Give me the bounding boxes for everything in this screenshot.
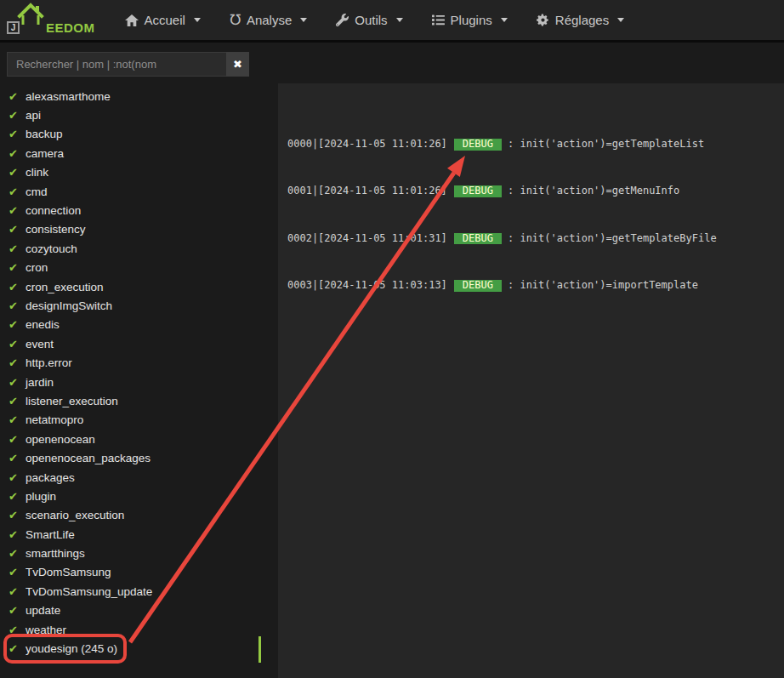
- log-level-badge: DEBUG: [454, 280, 502, 292]
- nav-item-reglages[interactable]: Réglages: [522, 0, 639, 40]
- log-file-item[interactable]: ✔ consistency: [0, 220, 278, 239]
- log-file-item[interactable]: ✔ weather: [0, 620, 278, 639]
- check-icon: ✔: [9, 584, 18, 597]
- jeedom-logo[interactable]: J EEDOM: [7, 3, 95, 35]
- chevron-down-icon: [194, 18, 201, 22]
- log-line-prefix: 0003|[2024-11-05 11:03:13]: [287, 279, 447, 291]
- log-file-label: cozytouch: [26, 242, 77, 255]
- log-line-message: : init('action')=getTemplateByFile: [508, 232, 717, 244]
- log-file-label: openenocean: [26, 433, 95, 446]
- log-file-label: SmartLife: [26, 528, 75, 541]
- log-file-item[interactable]: ✔ plugin: [0, 487, 278, 505]
- home-icon: [125, 14, 139, 26]
- log-file-item[interactable]: ✔ update: [0, 601, 278, 620]
- log-file-item[interactable]: ✔ TvDomSamsung_update: [0, 582, 278, 601]
- nav-item-label: Plugins: [451, 13, 492, 27]
- log-file-label: packages: [26, 471, 75, 484]
- log-file-item[interactable]: ✔ youdesign (245 o): [0, 639, 278, 658]
- chevron-down-icon: [300, 18, 307, 22]
- check-icon: ✔: [9, 470, 18, 483]
- check-icon: ✔: [9, 452, 18, 464]
- log-viewer[interactable]: 0000|[2024-11-05 11:01:26]DEBUG: init('a…: [278, 83, 784, 678]
- jeedom-brand-text: EEDOM: [46, 20, 95, 35]
- nav-item-label: Réglages: [555, 13, 609, 27]
- log-file-label: consistency: [26, 223, 86, 236]
- log-line-prefix: 0002|[2024-11-05 11:01:31]: [287, 232, 447, 244]
- log-file-item[interactable]: ✔ TvDomSamsung: [0, 563, 278, 582]
- nav-item-label: Accueil: [145, 13, 185, 27]
- log-file-item[interactable]: ✔ SmartLife: [0, 525, 278, 544]
- log-file-item[interactable]: ✔ cozytouch: [0, 239, 278, 258]
- nav-item-plugins[interactable]: Plugins: [418, 0, 522, 40]
- wrench-icon: [336, 14, 349, 26]
- log-file-label: connection: [26, 204, 81, 217]
- log-file-item[interactable]: ✔ connection: [0, 201, 278, 219]
- check-icon: ✔: [9, 356, 18, 369]
- log-file-label: TvDomSamsung_update: [26, 585, 152, 598]
- log-file-item[interactable]: ✔ openenocean_packages: [0, 448, 278, 467]
- log-file-item[interactable]: ✔ cron: [0, 259, 278, 277]
- log-line: 0002|[2024-11-05 11:01:31]DEBUG: init('a…: [287, 233, 784, 245]
- log-file-item[interactable]: ✔ alexasmarthome: [0, 87, 278, 105]
- log-file-item[interactable]: ✔ designImgSwitch: [0, 296, 278, 315]
- log-line: 0000|[2024-11-05 11:01:26]DEBUG: init('a…: [287, 139, 784, 151]
- log-file-label: smartthings: [26, 547, 85, 560]
- check-icon: ✔: [9, 261, 18, 274]
- log-file-label: TvDomSamsung: [26, 566, 111, 578]
- chevron-down-icon: [617, 18, 624, 22]
- check-icon: ✔: [9, 375, 18, 388]
- check-icon: ✔: [9, 223, 18, 236]
- nav-item-label: Outils: [355, 13, 387, 27]
- log-file-label: cron_execution: [26, 281, 104, 293]
- jeedom-logo-j: J: [7, 21, 20, 34]
- log-file-item[interactable]: ✔ enedis: [0, 316, 278, 334]
- log-sidebar: ✖ ✔ alexasmarthome ✔ api ✔ backup ✔ came…: [0, 45, 278, 678]
- log-file-label: listener_execution: [26, 395, 118, 407]
- log-file-item[interactable]: ✔ packages: [0, 468, 278, 487]
- chevron-down-icon: [396, 18, 403, 22]
- check-icon: ✔: [9, 318, 18, 331]
- log-file-label: scenario_execution: [26, 509, 124, 521]
- log-line-message: : init('action')=getMenuInfo: [508, 185, 679, 197]
- log-level-badge: DEBUG: [454, 233, 502, 245]
- jeedom-house-icon: [16, 3, 45, 30]
- check-icon: ✔: [9, 547, 18, 560]
- log-line-message: : init('action')=getTemplateList: [508, 138, 704, 150]
- log-file-label: enedis: [26, 318, 60, 331]
- nav-item-outils[interactable]: Outils: [321, 0, 417, 40]
- log-file-label: update: [26, 604, 60, 617]
- search-input[interactable]: [7, 52, 226, 77]
- log-file-item[interactable]: ✔ scenario_execution: [0, 506, 278, 525]
- log-file-item[interactable]: ✔ clink: [0, 163, 278, 182]
- check-icon: ✔: [9, 337, 18, 350]
- search-bar: ✖: [7, 52, 249, 77]
- log-file-label: cron: [26, 261, 48, 274]
- log-file-label: openenocean_packages: [26, 452, 151, 464]
- log-file-label: netatmopro: [26, 413, 83, 426]
- log-file-item[interactable]: ✔ netatmopro: [0, 411, 278, 430]
- text-cursor: [258, 636, 261, 663]
- log-line-message: : init('action')=importTemplate: [508, 279, 698, 291]
- check-icon: ✔: [9, 185, 18, 197]
- log-file-item[interactable]: ✔ jardin: [0, 373, 278, 391]
- search-clear-button[interactable]: ✖: [226, 52, 249, 77]
- log-file-item[interactable]: ✔ listener_execution: [0, 391, 278, 410]
- log-file-label: alexasmarthome: [26, 90, 111, 103]
- log-file-label: backup: [26, 128, 63, 140]
- log-file-item[interactable]: ✔ smartthings: [0, 544, 278, 562]
- check-icon: ✔: [9, 604, 18, 617]
- log-file-label: jardin: [26, 376, 54, 389]
- log-file-item[interactable]: ✔ event: [0, 334, 278, 353]
- log-file-label: designImgSwitch: [26, 299, 112, 312]
- check-icon: ✔: [9, 89, 18, 102]
- log-file-label: plugin: [26, 490, 56, 503]
- log-file-item[interactable]: ✔ cron_execution: [0, 277, 278, 296]
- log-file-item[interactable]: ✔ cmd: [0, 182, 278, 201]
- nav-item-accueil[interactable]: Accueil: [111, 0, 215, 40]
- log-file-item[interactable]: ✔ camera: [0, 144, 278, 162]
- log-file-item[interactable]: ✔ api: [0, 105, 278, 124]
- log-file-item[interactable]: ✔ http.error: [0, 353, 278, 372]
- log-file-item[interactable]: ✔ backup: [0, 125, 278, 144]
- log-file-item[interactable]: ✔ openenocean: [0, 430, 278, 448]
- nav-item-analyse[interactable]: ℧ Analyse: [215, 0, 321, 40]
